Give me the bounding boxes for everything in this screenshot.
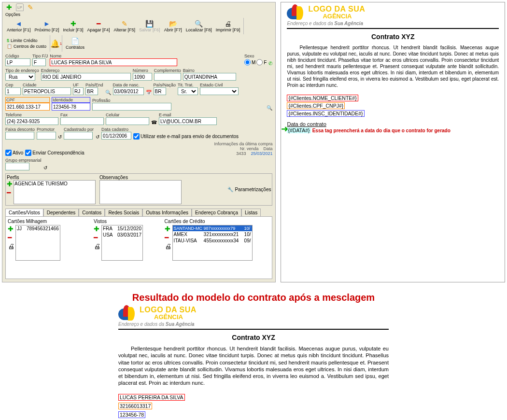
opcoes-label: Opções [2,12,275,17]
paisend-field[interactable] [85,87,98,95]
tag-nome: {#Clientes.NOME_CLIENTE#} [287,95,358,101]
tab-contatos[interactable]: Contatos [79,209,105,216]
tipoend-field[interactable]: Rua [5,73,35,81]
celular-field[interactable] [106,117,149,125]
perfis-label: Perfis [7,175,96,180]
telefone-field[interactable] [5,117,58,125]
milhagem-list[interactable]: JJ789456321466 [15,225,60,261]
tag-identidade: {#Clientes.INSC_IDENTIDADE#} [287,110,364,117]
milhagem-add[interactable]: ✚ [8,225,14,233]
tag-data: {#DATA#} [287,127,310,133]
add-icon[interactable]: ✚ [5,3,13,11]
contract-body: Pellentesque hendrerit porttitor rhoncus… [287,44,499,88]
btn-limite-credito[interactable]: $Limite Crédito [5,38,48,43]
param-link[interactable]: 🔧Parametrizações [227,175,271,204]
complemento-field[interactable] [154,73,181,81]
tab-redes[interactable]: Redes Sociais [105,209,142,216]
estadocivil-field[interactable] [200,87,239,95]
paisnacao-field[interactable] [154,87,166,95]
search-icon[interactable]: 🔍 [267,105,272,111]
ativo-check[interactable] [5,150,12,156]
credito-add[interactable]: ✚ [165,225,171,233]
agency-logo-icon [287,4,303,20]
contract-title: Contrato XYZ [287,33,499,41]
btn-imprimir[interactable]: 🖨Imprimir [F9] [214,19,242,33]
sexo-f[interactable] [256,58,263,66]
btn-apagar[interactable]: ━Apagar [F4] [86,19,112,33]
btn-proximo[interactable]: ►Próximo [F2] [33,19,61,33]
sexo-m[interactable] [244,58,251,66]
tab-outras[interactable]: Outras Informações [142,209,192,216]
tab-lp-icon[interactable]: LP [16,3,24,11]
alert-icon[interactable]: 🔔1 [52,40,60,47]
enviar-check[interactable] [25,150,31,156]
milhagem-remove[interactable]: ━ [8,234,14,241]
uf-field[interactable] [73,87,84,95]
milhagem-print[interactable]: 🖨 [8,242,14,250]
btn-localizar[interactable]: 🔍Localizar [F8] [184,19,213,33]
faixadesc-field[interactable] [5,132,34,140]
btn-salvar: 💾Salvar [F6] [138,19,162,33]
edit-icon[interactable]: ✎ [27,3,34,11]
vistos-add[interactable]: ✚ [94,225,100,233]
clear3-icon[interactable]: ↺ [43,165,47,170]
agency-address: Endereço e dados da Sua Agência [281,20,505,27]
calendar-icon[interactable]: 📅 [146,90,152,95]
agency-logo-text: LOGO DA SUAAGÊNCIA [308,5,365,19]
btn-abrir[interactable]: 📂Abrir [F7] [163,19,183,33]
perfis-list[interactable]: AGENCIA DE TURISMO [14,180,96,204]
identidade-field[interactable] [52,103,90,111]
cpf-field[interactable] [5,103,50,111]
promotor-field[interactable] [37,132,56,140]
obs-box[interactable] [99,180,182,204]
btn-incluir[interactable]: ✚Incluir [F3] [62,19,85,33]
perfis-add[interactable]: ✚ [7,180,13,188]
tab-cartoes[interactable]: Cartões/Vistos [5,209,43,216]
grupoemp-field[interactable] [5,163,29,170]
bairro-field[interactable] [183,73,236,81]
btn-contratos[interactable]: 📄Contratos [64,37,86,50]
cep-field[interactable] [5,87,21,95]
tipofj-field[interactable] [32,58,46,66]
credito-print[interactable]: 🖨 [165,242,171,250]
email-field[interactable] [159,117,217,125]
utilizar-email-check[interactable] [133,133,140,140]
obs-label: Observações [99,175,182,180]
numero-field[interactable] [133,73,152,81]
cidade-field[interactable] [23,87,71,95]
datanasc-field[interactable] [113,87,144,95]
endereco-field[interactable] [41,73,131,81]
arrow-icon: ➜ [281,124,288,134]
btn-alterar[interactable]: ✎Alterar [F5] [113,19,137,33]
tab-listas[interactable]: Listas [241,209,261,216]
data-contrato-label: Data do contrato [287,121,326,127]
datacadastro-field[interactable] [101,132,131,140]
vistos-list[interactable]: FRA15/12/2020 USA03/03/2017 [101,225,143,261]
vistos-remove[interactable]: ━ [94,234,100,241]
whatsapp-icon[interactable]: ✆ [268,61,272,66]
result-nome: LUCAS PEREIRA DA SILVA [118,394,185,401]
fax-field[interactable] [60,117,104,125]
perfis-remove[interactable]: ━ [7,189,13,196]
credito-remove[interactable]: ━ [165,234,171,241]
clear2-icon[interactable]: ↺ [96,134,99,140]
btn-anterior[interactable]: ◄Anterior [F1] [5,19,32,33]
credito-list[interactable]: SANTAND-MC987xxxxxxxxx7910/ AMEX321xxxxx… [172,225,253,261]
profissao-field[interactable] [92,103,171,111]
search-cep-icon[interactable]: 🔍 [105,90,111,95]
tag-cpf: {#Clientes.CPF_CNPJ#} [287,102,345,109]
cadastradopor-field[interactable] [64,132,93,140]
tab-dependentes[interactable]: Dependentes [43,209,79,216]
nome-field[interactable] [50,58,177,66]
phone-icon[interactable]: ☎ [151,120,157,125]
tittrat-field[interactable]: Sr. [178,87,198,95]
tab-endcob[interactable]: Endereço Cobrança [192,209,241,216]
clear-icon[interactable]: ↺ [58,134,62,140]
btn-centros-custo[interactable]: 📋Centros de custo [5,43,48,49]
vistos-print[interactable]: 🖨 [94,242,100,250]
result-id: 123456-78 [118,411,145,418]
data-note: Essa tag preencherá a data do dia que o … [312,128,451,133]
codigo-field[interactable] [5,58,30,66]
result-cpf: 32166013317 [118,403,152,409]
result-heading: Resultado do modelo do contrato após a m… [0,292,507,303]
